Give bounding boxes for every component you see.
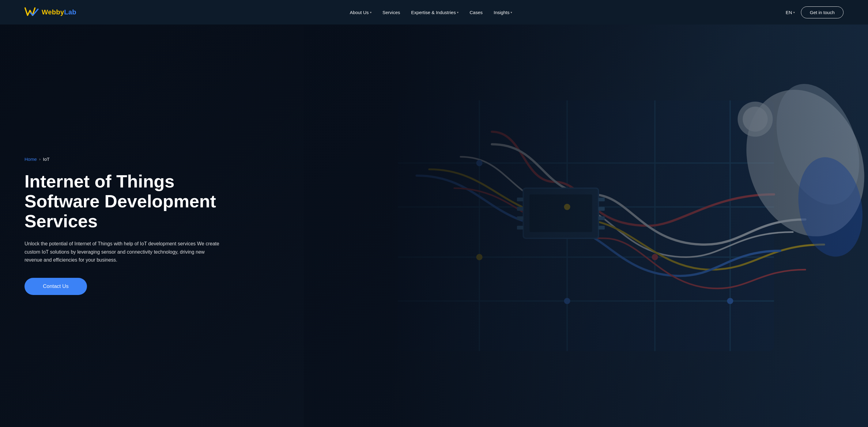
nav-links: About Us ▾ Services Expertise & Industri… [350, 10, 512, 15]
logo-webby: Webby [42, 8, 64, 16]
nav-services[interactable]: Services [382, 10, 400, 15]
get-in-touch-button[interactable]: Get in touch [801, 6, 843, 19]
breadcrumb-home-link[interactable]: Home [25, 156, 37, 162]
logo-icon [25, 7, 39, 18]
navbar: WebbyLab About Us ▾ Services Expertise &… [0, 0, 868, 25]
nav-insights[interactable]: Insights ▾ [494, 10, 513, 15]
breadcrumb: Home › IoT [25, 156, 251, 162]
nav-expertise[interactable]: Expertise & Industries ▾ [411, 10, 459, 15]
chevron-down-icon: ▾ [510, 11, 512, 14]
breadcrumb-separator: › [39, 157, 40, 161]
nav-cases[interactable]: Cases [469, 10, 483, 15]
logo-lab: Lab [64, 8, 76, 16]
nav-right: EN ▾ Get in touch [785, 6, 843, 19]
chevron-down-icon: ▾ [370, 11, 372, 14]
logo[interactable]: WebbyLab [25, 7, 76, 18]
breadcrumb-current: IoT [43, 156, 50, 162]
hero-description: Unlock the potential of Internet of Thin… [25, 240, 220, 264]
language-selector[interactable]: EN ▾ [785, 10, 795, 15]
nav-about-us[interactable]: About Us ▾ [350, 10, 372, 15]
chevron-down-icon: ▾ [793, 11, 795, 14]
hero-title: Internet of Things Software Development … [25, 172, 251, 231]
hero-section: Home › IoT Internet of Things Software D… [0, 25, 868, 427]
chevron-down-icon: ▾ [457, 11, 459, 14]
hero-content: Home › IoT Internet of Things Software D… [0, 156, 276, 295]
contact-us-button[interactable]: Contact Us [25, 278, 87, 295]
